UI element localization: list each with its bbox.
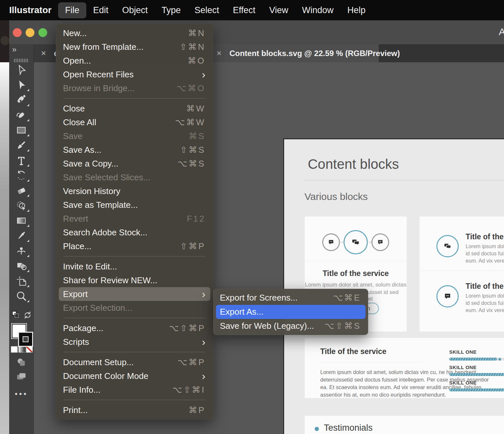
app-menu-illustrator[interactable]: Illustrator bbox=[9, 5, 52, 15]
feature-body-line: eum. Ad vix verear bbox=[466, 307, 504, 313]
file-menu-item-document-setup[interactable]: Document Setup...⌥⌘P bbox=[59, 355, 210, 369]
feature-body-line: id sed doctus fuisse bbox=[466, 300, 504, 306]
more-tools-ellipsis-icon[interactable]: ••• bbox=[9, 389, 33, 399]
menu-separator bbox=[64, 318, 205, 318]
file-menu-item-save-a-copy[interactable]: Save a Copy...⌥⌘S bbox=[59, 157, 210, 170]
panel-grip-handle[interactable] bbox=[14, 59, 29, 62]
menubar-item-window[interactable]: Window bbox=[295, 2, 340, 18]
eyedropper-tool-icon[interactable] bbox=[16, 230, 27, 241]
file-menu-item-revert[interactable]: RevertF12 bbox=[59, 212, 210, 226]
skills-card: Title of the service Lorem ipsum dolor s… bbox=[304, 338, 504, 398]
skill-progress-track bbox=[449, 388, 504, 391]
file-menu-item-document-color-mode[interactable]: Document Color Mode› bbox=[59, 369, 210, 383]
pen-tool-icon[interactable] bbox=[16, 94, 27, 106]
file-menu-item-share-for-review[interactable]: Share for Review NEW... bbox=[59, 273, 210, 287]
zoom-tool-icon[interactable] bbox=[16, 290, 27, 302]
file-menu-item-scripts[interactable]: Scripts› bbox=[59, 335, 210, 349]
mini-fill-stroke-icon[interactable] bbox=[11, 310, 20, 319]
puppet-warp-tool-icon[interactable] bbox=[16, 245, 27, 256]
submenu-item-export-as[interactable]: Export As... bbox=[216, 305, 366, 319]
submenu-item-export-for-screens[interactable]: Export for Screens...⌥⌘E bbox=[216, 291, 366, 305]
file-menu-item-place[interactable]: Place...⇧⌘P bbox=[59, 239, 210, 253]
menubar-item-file[interactable]: File bbox=[58, 2, 86, 18]
menubar-item-view[interactable]: View bbox=[262, 2, 295, 18]
feature-body-line: Lorem ipsum dolor bbox=[466, 293, 504, 299]
type-tool-icon[interactable] bbox=[16, 155, 27, 166]
zoom-window-button[interactable] bbox=[38, 28, 47, 37]
file-menu-item-version-history[interactable]: Version History bbox=[59, 184, 210, 198]
paintbrush-tool-icon[interactable] bbox=[16, 140, 27, 151]
selection-tool-icon[interactable] bbox=[16, 64, 27, 75]
skill-progress-track bbox=[449, 358, 504, 361]
file-menu-item-new[interactable]: New...⌘N bbox=[59, 26, 210, 40]
submenu-chevron-icon: › bbox=[202, 373, 205, 379]
document-tab-active[interactable]: × Content blocks.svg @ 22.59 % (RGB/Prev… bbox=[210, 44, 379, 62]
file-menu-item-open[interactable]: Open...⌘O bbox=[59, 54, 210, 68]
tab-label: Content blocks.svg @ 22.59 % (RGB/Previe… bbox=[229, 49, 400, 58]
skill-progress-fill bbox=[449, 358, 497, 361]
file-menu-item-export-selection[interactable]: Export Selection... bbox=[59, 301, 210, 315]
card-divider bbox=[320, 362, 423, 363]
artboard-subheading: Various blocks bbox=[304, 191, 368, 202]
close-tab-icon[interactable]: × bbox=[217, 48, 221, 58]
file-menu-item-open-recent-files[interactable]: Open Recent Files› bbox=[59, 68, 210, 81]
rotate-tool-icon[interactable] bbox=[16, 170, 27, 181]
minimize-window-button[interactable] bbox=[26, 28, 34, 37]
menubar-item-effect[interactable]: Effect bbox=[226, 2, 262, 18]
shape-builder-tool-icon[interactable] bbox=[16, 200, 27, 211]
desktop-background-strip bbox=[0, 20, 9, 62]
file-menu-item-package[interactable]: Package...⌥⇧⌘P bbox=[59, 321, 210, 335]
swap-fill-stroke-icon[interactable] bbox=[23, 310, 32, 319]
menubar-item-edit[interactable]: Edit bbox=[86, 2, 116, 18]
file-menu-item-print[interactable]: Print...⌘P bbox=[59, 403, 210, 417]
card-divider bbox=[420, 270, 504, 271]
menubar-item-type[interactable]: Type bbox=[155, 2, 188, 18]
none-button[interactable] bbox=[26, 346, 33, 353]
rectangle-tool-icon[interactable] bbox=[16, 125, 27, 136]
file-menu-item-search-adobe-stock[interactable]: Search Adobe Stock... bbox=[59, 226, 210, 239]
close-window-button[interactable] bbox=[13, 28, 22, 37]
testimonials-title: Testimonials bbox=[324, 423, 373, 433]
file-menu-item-save-selected-slices[interactable]: Save Selected Slices... bbox=[59, 170, 210, 184]
feature-circle bbox=[436, 285, 459, 307]
skill-bar-group: SKILL ONE bbox=[449, 380, 504, 391]
file-menu-item-browse-in-bridge[interactable]: Browse in Bridge...⌥⌘O bbox=[59, 81, 210, 95]
shaper-tool-icon[interactable] bbox=[16, 260, 27, 271]
curvature-tool-icon[interactable] bbox=[16, 109, 27, 121]
submenu-chevron-icon: › bbox=[202, 291, 205, 297]
step-circle-active bbox=[344, 230, 368, 254]
file-menu-item-invite-to-edit[interactable]: Invite to Edit... bbox=[59, 260, 210, 273]
screen-mode-icon[interactable] bbox=[16, 371, 27, 382]
file-menu-item-file-info[interactable]: File Info...⌥⇧⌘I bbox=[59, 383, 210, 397]
artboard-tool-icon[interactable] bbox=[16, 275, 27, 286]
file-menu-item-close-all[interactable]: Close All⌥⌘W bbox=[59, 115, 210, 129]
expand-panel-icon[interactable]: » bbox=[12, 45, 17, 54]
artboard-heading: Content blocks bbox=[308, 156, 399, 172]
close-tab-icon[interactable]: × bbox=[41, 48, 46, 58]
skill-progress-fill bbox=[449, 388, 504, 391]
feature-circle bbox=[436, 235, 459, 257]
file-menu-item-save[interactable]: Save⌘S bbox=[59, 129, 210, 143]
color-button[interactable] bbox=[11, 346, 18, 353]
artboard[interactable]: Content blocks Various blocks Title of t… bbox=[283, 138, 504, 434]
heading-rule bbox=[304, 180, 504, 181]
direct-selection-tool-icon[interactable] bbox=[16, 79, 27, 90]
file-menu-item-save-as-template[interactable]: Save as Template... bbox=[59, 198, 210, 212]
eraser-tool-icon[interactable] bbox=[16, 185, 27, 196]
gradient-button[interactable] bbox=[18, 346, 25, 353]
file-menu-item-save-as[interactable]: Save As...⇧⌘S bbox=[59, 143, 210, 157]
menubar-item-help[interactable]: Help bbox=[340, 2, 372, 18]
stroke-color-swatch[interactable] bbox=[18, 332, 33, 347]
drawing-modes-icon[interactable] bbox=[16, 357, 27, 368]
file-menu-item-new-from-template[interactable]: New from Template...⇧⌘N bbox=[59, 40, 210, 54]
bullet-icon bbox=[315, 427, 319, 431]
skill-progress-track bbox=[449, 373, 504, 376]
gradient-tool-icon[interactable] bbox=[16, 215, 27, 226]
feature-title: Title of the bbox=[466, 232, 504, 241]
menubar-item-select[interactable]: Select bbox=[188, 2, 226, 18]
file-menu-item-export[interactable]: Export› bbox=[59, 287, 210, 301]
menu-separator bbox=[64, 98, 205, 99]
file-menu-item-close[interactable]: Close⌘W bbox=[59, 102, 210, 115]
menubar-item-object[interactable]: Object bbox=[115, 2, 155, 18]
submenu-item-save-for-web-legacy[interactable]: Save for Web (Legacy)...⌥⇧⌘S bbox=[216, 319, 366, 333]
